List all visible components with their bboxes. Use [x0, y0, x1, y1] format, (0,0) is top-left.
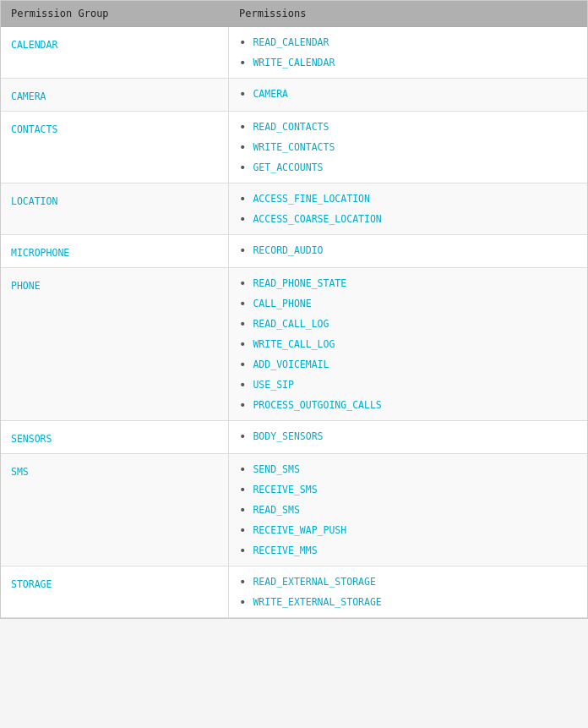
table-header: Permission Group Permissions — [1, 1, 587, 27]
perms-list: ACCESS_FINE_LOCATIONACCESS_COARSE_LOCATI… — [239, 189, 577, 229]
perms-cell: ACCESS_FINE_LOCATIONACCESS_COARSE_LOCATI… — [229, 183, 587, 234]
perms-cell: READ_CALENDARWRITE_CALENDAR — [229, 27, 587, 78]
group-cell-sensors: SENSORS — [1, 421, 229, 453]
perms-list: READ_PHONE_STATECALL_PHONEREAD_CALL_LOGW… — [239, 273, 577, 415]
perm-item: WRITE_CONTACTS — [239, 137, 577, 157]
table-row: SMSSEND_SMSRECEIVE_SMSREAD_SMSRECEIVE_WA… — [1, 454, 587, 567]
header-perms-col: Permissions — [229, 1, 587, 26]
perm-item: ACCESS_COARSE_LOCATION — [239, 209, 577, 229]
perm-item: USE_SIP — [239, 375, 577, 395]
group-label: STORAGE — [11, 575, 52, 590]
perm-item: ADD_VOICEMAIL — [239, 354, 577, 375]
table-row: CONTACTSREAD_CONTACTSWRITE_CONTACTSGET_A… — [1, 112, 587, 183]
perms-list: SEND_SMSRECEIVE_SMSREAD_SMSRECEIVE_WAP_P… — [239, 459, 577, 561]
perm-item: RECEIVE_SMS — [239, 479, 577, 500]
perm-item: READ_EXTERNAL_STORAGE — [239, 572, 577, 592]
perm-item: RECEIVE_WAP_PUSH — [239, 520, 577, 540]
group-cell-camera: CAMERA — [1, 79, 229, 111]
perms-list: RECORD_AUDIO — [239, 240, 577, 260]
perms-cell: READ_EXTERNAL_STORAGEWRITE_EXTERNAL_STOR… — [229, 567, 587, 617]
perm-item: RECORD_AUDIO — [239, 240, 577, 260]
perms-cell: BODY_SENSORS — [229, 421, 587, 453]
group-cell-location: LOCATION — [1, 183, 229, 234]
perms-cell: RECORD_AUDIO — [229, 235, 587, 267]
group-label: MICROPHONE — [11, 244, 69, 259]
perm-item: RECEIVE_MMS — [239, 540, 577, 561]
group-cell-storage: STORAGE — [1, 567, 229, 617]
perms-cell: READ_CONTACTSWRITE_CONTACTSGET_ACCOUNTS — [229, 112, 587, 183]
perm-item: WRITE_CALL_LOG — [239, 334, 577, 354]
table-row: LOCATIONACCESS_FINE_LOCATIONACCESS_COARS… — [1, 183, 587, 235]
perms-list: BODY_SENSORS — [239, 426, 577, 446]
table-row: MICROPHONERECORD_AUDIO — [1, 235, 587, 268]
perm-item: WRITE_CALENDAR — [239, 52, 577, 73]
perm-item: PROCESS_OUTGOING_CALLS — [239, 395, 577, 415]
group-cell-phone: PHONE — [1, 268, 229, 420]
perm-item: READ_CALL_LOG — [239, 314, 577, 334]
group-label: CALENDAR — [11, 36, 57, 51]
group-cell-microphone: MICROPHONE — [1, 235, 229, 267]
perm-item: WRITE_EXTERNAL_STORAGE — [239, 592, 577, 612]
table-body: CALENDARREAD_CALENDARWRITE_CALENDARCAMER… — [1, 27, 587, 618]
perm-item: CALL_PHONE — [239, 293, 577, 314]
group-cell-sms: SMS — [1, 454, 229, 566]
group-cell-contacts: CONTACTS — [1, 112, 229, 183]
perm-item: ACCESS_FINE_LOCATION — [239, 189, 577, 209]
perm-item: SEND_SMS — [239, 459, 577, 479]
perms-list: READ_EXTERNAL_STORAGEWRITE_EXTERNAL_STOR… — [239, 572, 577, 612]
table-row: SENSORSBODY_SENSORS — [1, 421, 587, 454]
perm-item: GET_ACCOUNTS — [239, 157, 577, 178]
perm-item: READ_PHONE_STATE — [239, 273, 577, 293]
perm-item: READ_CALENDAR — [239, 32, 577, 52]
group-label: LOCATION — [11, 192, 57, 207]
perms-list: READ_CONTACTSWRITE_CONTACTSGET_ACCOUNTS — [239, 117, 577, 178]
group-label: SENSORS — [11, 430, 52, 445]
table-row: CAMERACAMERA — [1, 79, 587, 112]
group-cell-calendar: CALENDAR — [1, 27, 229, 78]
perms-cell: CAMERA — [229, 79, 587, 111]
perm-item: BODY_SENSORS — [239, 426, 577, 446]
perms-cell: READ_PHONE_STATECALL_PHONEREAD_CALL_LOGW… — [229, 268, 587, 420]
group-label: SMS — [11, 463, 29, 478]
permissions-table: Permission Group Permissions CALENDARREA… — [0, 0, 588, 619]
perms-cell: SEND_SMSRECEIVE_SMSREAD_SMSRECEIVE_WAP_P… — [229, 454, 587, 566]
group-label: PHONE — [11, 276, 41, 292]
perm-item: READ_SMS — [239, 500, 577, 520]
perms-list: READ_CALENDARWRITE_CALENDAR — [239, 32, 577, 73]
table-row: CALENDARREAD_CALENDARWRITE_CALENDAR — [1, 27, 587, 79]
header-group-col: Permission Group — [1, 1, 229, 26]
table-row: STORAGEREAD_EXTERNAL_STORAGEWRITE_EXTERN… — [1, 567, 587, 618]
table-row: PHONEREAD_PHONE_STATECALL_PHONEREAD_CALL… — [1, 268, 587, 421]
perm-item: CAMERA — [239, 84, 577, 104]
group-label: CONTACTS — [11, 120, 57, 135]
perms-list: CAMERA — [239, 84, 577, 104]
group-label: CAMERA — [11, 87, 46, 102]
perm-item: READ_CONTACTS — [239, 117, 577, 137]
